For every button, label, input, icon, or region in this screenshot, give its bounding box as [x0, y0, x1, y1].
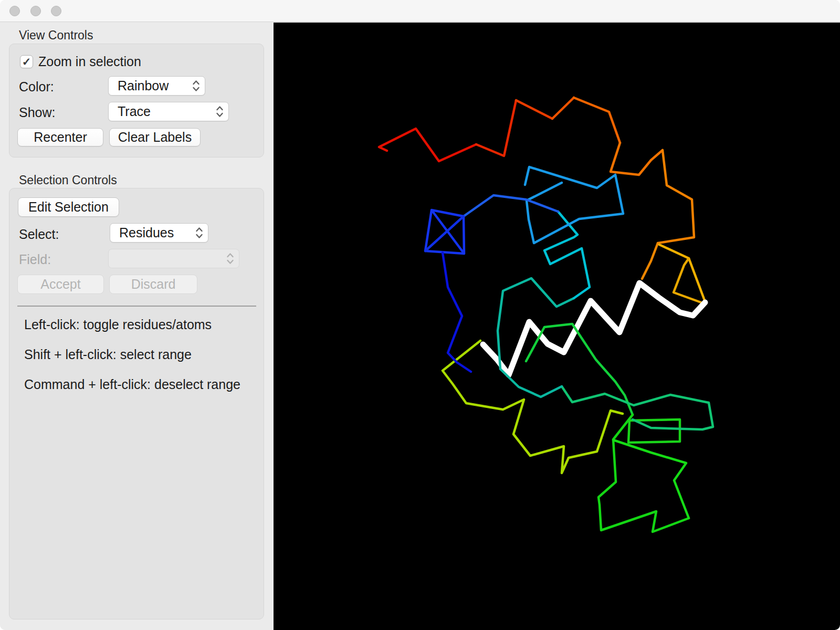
molecule-strand-selected-helix	[483, 283, 705, 375]
minimize-button[interactable]	[30, 6, 41, 16]
show-label: Show:	[19, 105, 55, 120]
field-popup	[108, 249, 239, 268]
popup-stepper-icon	[195, 227, 203, 239]
color-label: Color:	[19, 79, 54, 94]
hint-command-click: Command + left-click: deselect range	[24, 377, 240, 392]
zoom-in-selection-label: Zoom in selection	[38, 54, 141, 69]
selection-controls-group: Edit Selection Select: Residues Field: A…	[9, 188, 264, 620]
molecule-strand-orange-3	[611, 143, 663, 175]
molecule-strand-dark-blue-terminus	[443, 253, 471, 372]
molecule-strand-green-lower-w	[598, 415, 689, 532]
zoom-window-button[interactable]	[51, 6, 61, 16]
color-popup[interactable]: Rainbow	[108, 76, 205, 96]
view-controls-group: ✓ Zoom in selection Color: Rainbow Show:…	[9, 44, 264, 158]
hints-divider	[17, 306, 256, 307]
recenter-button[interactable]: Recenter	[17, 128, 103, 146]
selection-controls-heading: Selection Controls	[19, 173, 117, 187]
molecule-strand-green-rectangle	[628, 419, 680, 443]
clear-labels-button[interactable]: Clear Labels	[109, 128, 201, 146]
molecule-strand-red-orange-2	[516, 100, 552, 119]
hint-left-click: Left-click: toggle residues/atoms	[24, 317, 212, 332]
select-label: Select:	[19, 227, 59, 242]
show-popup[interactable]: Trace	[108, 102, 229, 121]
accept-button: Accept	[17, 275, 104, 294]
select-popup[interactable]: Residues	[110, 223, 208, 243]
hint-shift-click: Shift + left-click: select range	[24, 347, 192, 362]
close-button[interactable]	[9, 6, 20, 16]
popup-stepper-icon	[226, 253, 234, 265]
discard-button: Discard	[109, 275, 197, 294]
molecule-strand-orange-1	[552, 98, 574, 119]
control-sidebar: View Controls ✓ Zoom in selection Color:…	[0, 23, 274, 630]
title-bar	[0, 0, 840, 22]
protein-trace-rendering	[274, 23, 840, 630]
popup-stepper-icon	[192, 80, 200, 92]
zoom-in-selection-checkbox[interactable]: ✓ Zoom in selection	[20, 54, 141, 69]
view-controls-heading: View Controls	[19, 28, 93, 43]
molecule-strand-orange-2	[574, 98, 620, 143]
popup-stepper-icon	[216, 106, 224, 118]
molecule-strand-red-orange-1	[476, 100, 516, 156]
app-window: View Controls ✓ Zoom in selection Color:…	[0, 0, 840, 630]
molecule-strand-orange-stub	[642, 243, 658, 279]
molecule-strand-green-right-zigzag	[613, 440, 689, 518]
color-popup-value: Rainbow	[109, 78, 192, 93]
molecule-strand-teal	[498, 278, 574, 397]
molecule-strand-royal-blue	[464, 195, 558, 216]
molecule-strand-orange-4	[658, 150, 694, 243]
select-popup-value: Residues	[110, 225, 195, 240]
molecule-strand-spring-green-pentagon	[562, 386, 713, 429]
show-popup-value: Trace	[109, 104, 216, 119]
molecule-viewport[interactable]	[274, 23, 840, 630]
field-label: Field:	[19, 252, 51, 267]
checkbox-checkmark-icon: ✓	[20, 55, 33, 68]
molecule-strand-red-terminus	[379, 129, 476, 161]
edit-selection-button[interactable]: Edit Selection	[18, 197, 119, 217]
